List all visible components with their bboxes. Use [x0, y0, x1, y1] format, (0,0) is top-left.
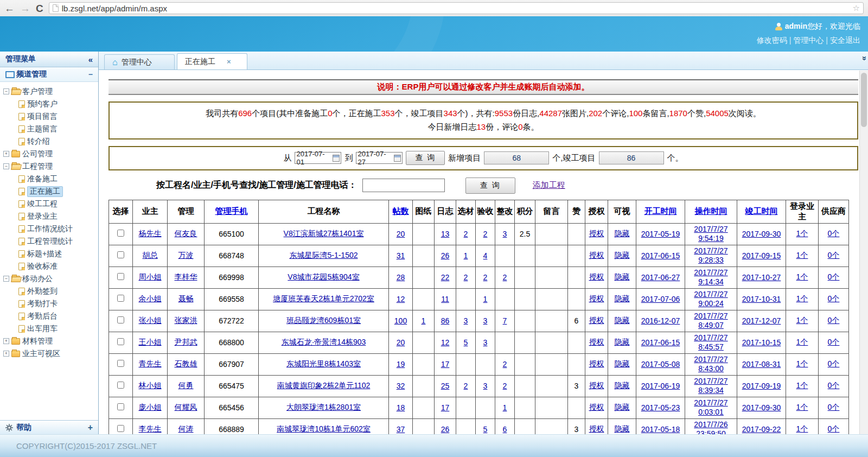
row-select-checkbox[interactable] [117, 273, 124, 280]
cell-link[interactable]: 2 [483, 273, 488, 282]
cell-link[interactable]: 2017-06-15 [641, 338, 680, 347]
cell-link[interactable]: 100 [394, 316, 407, 325]
cell-link[interactable]: 22 [441, 273, 450, 282]
cell-link[interactable]: 2017/7/27 0:03:01 [694, 398, 727, 417]
cell-link[interactable]: 授权 [589, 424, 604, 433]
cell-link[interactable]: 2 [503, 382, 507, 390]
cell-link[interactable]: 5 [464, 338, 468, 347]
tree-expander-icon[interactable]: − [3, 276, 9, 282]
sidebar-item-准备施工[interactable]: 准备施工 [2, 173, 96, 185]
cell-link[interactable]: 2017-09-15 [742, 251, 781, 260]
cell-link[interactable]: 4 [483, 251, 488, 260]
cell-link[interactable]: 1个 [796, 316, 808, 325]
vertical-scrollbar[interactable] [859, 71, 868, 434]
cell-link[interactable]: 授权 [589, 272, 604, 281]
cell-link[interactable]: 2017/7/27 8:39:34 [694, 377, 727, 395]
cell-link[interactable]: 28 [397, 273, 405, 282]
cell-link[interactable]: 3 [483, 382, 488, 390]
cell-link[interactable]: 隐藏 [615, 251, 630, 259]
cell-link[interactable]: 林小姐 [139, 381, 162, 390]
cell-link[interactable]: 26 [441, 251, 450, 260]
cell-link[interactable]: 86 [441, 316, 450, 325]
url-text[interactable]: lb.zsgl.net/app/admin/m.aspx [62, 4, 850, 13]
cell-link[interactable]: 11 [441, 295, 449, 303]
cell-link[interactable]: 1个 [796, 294, 808, 303]
cell-link[interactable]: 2017-05-19 [641, 230, 680, 238]
cell-link[interactable]: 2017-06-15 [641, 251, 680, 260]
cell-link[interactable]: 0个 [828, 251, 840, 259]
calendar-icon[interactable] [333, 155, 340, 162]
cell-link[interactable]: 2017-06-19 [641, 382, 680, 390]
cell-link[interactable]: 1个 [796, 424, 808, 433]
cell-link[interactable]: 杨先生 [139, 229, 162, 238]
date-to-input[interactable]: 2017-07-27 [356, 152, 403, 164]
cell-link[interactable]: 庞小姐 [139, 403, 162, 411]
cell-link[interactable]: 2 [503, 360, 507, 369]
cell-link[interactable]: 隐藏 [615, 403, 630, 411]
url-bar[interactable]: lb.zsgl.net/app/admin/m.aspx ☆ [49, 2, 864, 14]
sidebar-item-预约客户[interactable]: 预约客户 [2, 98, 96, 110]
cell-link[interactable]: 万波 [178, 251, 194, 259]
sidebar-item-考勤打卡[interactable]: 考勤打卡 [2, 297, 96, 310]
tree-expander-icon[interactable]: − [3, 163, 9, 169]
cell-link[interactable]: 余小姐 [139, 294, 162, 303]
cell-link[interactable]: 2017/7/27 9:00:24 [694, 290, 727, 308]
sidebar-item-工作情况统计[interactable]: 工作情况统计 [2, 223, 96, 235]
cell-link[interactable]: 王小姐 [139, 338, 162, 346]
cell-link[interactable]: 2017-10-31 [742, 295, 781, 303]
row-select-checkbox[interactable] [117, 382, 124, 389]
cell-link[interactable]: 0个 [828, 294, 840, 303]
cell-link[interactable]: 大朗翠珑湾1栋2801室 [286, 403, 361, 411]
cell-link[interactable]: 2017-10-15 [742, 338, 781, 347]
cell-link[interactable]: 0个 [828, 403, 840, 411]
cell-link[interactable]: 授权 [589, 403, 604, 411]
cell-link[interactable]: 授权 [589, 359, 604, 368]
cell-link[interactable]: 1个 [796, 381, 808, 390]
cell-link[interactable]: 6 [503, 425, 507, 434]
sidebar-item-项目留言[interactable]: 项目留言 [2, 110, 96, 123]
row-select-checkbox[interactable] [117, 403, 124, 410]
cell-link[interactable]: 37 [397, 425, 405, 434]
cell-link[interactable]: 授权 [589, 338, 604, 346]
sidebar-item-外勤签到[interactable]: 外勤签到 [2, 285, 96, 297]
calendar-icon[interactable] [394, 155, 401, 162]
cell-link[interactable]: 17 [441, 360, 450, 369]
cell-link[interactable]: 17 [441, 403, 450, 412]
sidebar-item-工程管理[interactable]: −工程管理 [2, 160, 96, 173]
row-select-checkbox[interactable] [117, 251, 124, 258]
cell-link[interactable]: 2 [483, 230, 488, 238]
cell-link[interactable]: 授权 [589, 229, 604, 238]
row-select-checkbox[interactable] [117, 295, 124, 302]
sidebar-item-材料管理[interactable]: +材料管理 [2, 335, 96, 347]
cell-link[interactable]: 2017-05-18 [641, 425, 680, 434]
cell-link[interactable]: 2017/7/27 9:54:19 [694, 225, 727, 243]
cell-link[interactable]: 0个 [828, 424, 840, 433]
column-header-phone[interactable]: 管理手机 [205, 200, 259, 223]
cell-link[interactable]: 32 [397, 382, 405, 390]
cell-link[interactable]: 授权 [589, 294, 604, 303]
sidebar-item-标题+描述[interactable]: 标题+描述 [2, 247, 96, 260]
tree-expander-icon[interactable]: + [3, 351, 9, 357]
cell-link[interactable]: 12 [441, 338, 450, 347]
cell-link[interactable]: 2017/7/27 9:28:33 [694, 246, 727, 265]
cell-link[interactable]: 李先生 [139, 424, 162, 433]
cell-link[interactable]: 张家洪 [175, 316, 197, 325]
cell-link[interactable]: V8江滨新城27栋1401室 [284, 229, 364, 238]
cell-link[interactable]: 7 [503, 316, 507, 325]
cell-link[interactable]: 1 [422, 316, 426, 325]
cell-link[interactable]: 授权 [589, 251, 604, 259]
tab-管理中心[interactable]: ⌂管理中心 [104, 54, 175, 69]
cell-link[interactable]: 0个 [828, 229, 840, 238]
cell-link[interactable]: 南城黄旗印象2栋2单元1102 [277, 381, 371, 390]
column-header-posts[interactable]: 帖数 [389, 200, 413, 223]
sidebar-item-公司管理[interactable]: +公司管理 [2, 148, 96, 160]
tab-正在施工[interactable]: 正在施工× [177, 53, 247, 69]
sidebar-item-客户管理[interactable]: −客户管理 [2, 85, 96, 98]
cell-link[interactable]: 隐藏 [615, 424, 630, 433]
back-icon[interactable]: ← [4, 3, 15, 14]
cell-link[interactable]: 12 [397, 295, 405, 303]
cell-link[interactable]: 何涛 [178, 424, 194, 433]
cell-link[interactable]: 13 [441, 230, 450, 238]
cell-link[interactable]: 3 [483, 338, 488, 347]
sidebar-item-主题留言[interactable]: 主题留言 [2, 123, 96, 135]
